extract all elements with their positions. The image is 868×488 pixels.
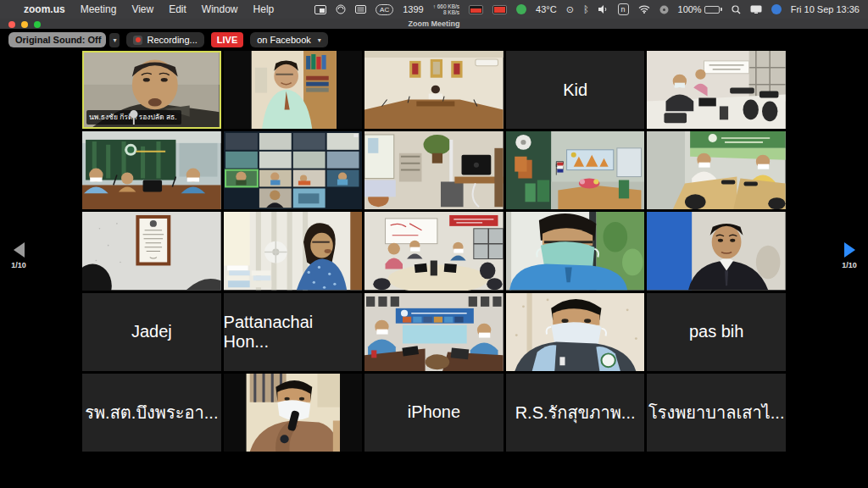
video-tile-office-man[interactable] (224, 51, 363, 129)
video-tile-rs-raksukkhaphap[interactable]: R.S.รักสุขภาพ... (506, 374, 645, 452)
next-page-control[interactable]: 1/10 (831, 242, 868, 269)
notion-app-badge[interactable]: n (618, 3, 629, 15)
previous-page-control[interactable]: 1/10 (0, 242, 37, 269)
video-thumbnail (82, 131, 221, 209)
minimize-window-button[interactable] (21, 21, 28, 28)
facebook-live-caret[interactable]: ▾ (318, 36, 321, 44)
live-badge[interactable]: LIVE (211, 32, 243, 47)
page-indicator-right: 1/10 (831, 261, 868, 269)
video-thumbnail (364, 131, 504, 209)
video-thumbnail (224, 51, 363, 129)
video-tile-rongphayaban[interactable]: โรงพยาบาลเสาไ... (647, 374, 786, 452)
live-on-facebook-button[interactable]: on Facebook ▾ (250, 32, 328, 47)
participant-name-text: Pattanachai Hon... (224, 313, 363, 352)
video-tile-rpsot-buengphra[interactable]: รพ.สต.บึงพระอา... (82, 374, 221, 452)
counter-value[interactable]: 1399 (403, 4, 423, 14)
participant-name-text: โรงพยาบาลเสาไ... (648, 399, 785, 426)
video-tile-conference-room[interactable] (647, 51, 786, 129)
menu-bar-clock[interactable]: Fri 10 Sep 13:36 (791, 4, 860, 14)
participant-name-label: นพ.ธงชัย กีรติฯ รองปลัด สธ. (86, 110, 181, 125)
participant-name-text: Kid (563, 80, 587, 100)
video-tile-man-suit[interactable] (647, 212, 786, 290)
keyboard-layout-icon[interactable] (355, 3, 366, 15)
zoom-window-titlebar: Zoom Meeting (0, 19, 868, 29)
window-controls (8, 21, 41, 28)
page-indicator-left: 1/10 (0, 261, 37, 269)
video-tile-pattanachai[interactable]: Pattanachai Hon... (224, 293, 363, 371)
video-tile-green-mural-room[interactable] (82, 131, 221, 209)
video-thumbnail (506, 212, 645, 290)
video-tile-certificate-wall[interactable] (82, 212, 221, 290)
menu-item-meeting[interactable]: Meeting (81, 3, 117, 15)
user-app-icon[interactable] (771, 4, 782, 14)
temperature-value[interactable]: 43°C (536, 4, 557, 14)
video-tile-man-with-mic[interactable] (224, 374, 363, 452)
fullscreen-window-button[interactable] (34, 21, 41, 28)
play-circle-icon[interactable]: ⊙ (566, 3, 574, 15)
video-tile-shared-gallery[interactable] (224, 131, 363, 209)
video-thumbnail (506, 293, 645, 371)
participant-name-text: รพ.สต.บึงพระอา... (85, 399, 218, 426)
video-thumbnail (364, 293, 504, 371)
video-tile-man-vest-mask[interactable] (506, 293, 645, 371)
video-thumbnail (224, 212, 363, 290)
video-gallery-grid: นพ.ธงชัย กีรติฯ รองปลัด สธ. (82, 51, 786, 452)
next-page-arrow-icon[interactable] (844, 242, 855, 258)
pin-icon (86, 110, 181, 125)
meeting-toolbar: Original Sound: Off ▾ Recording... LIVE … (8, 32, 328, 47)
participant-name-text: pas bih (689, 322, 744, 341)
cpu-meter-icon[interactable] (469, 5, 483, 14)
video-tile-speaker[interactable]: นพ.ธงชัย กีรติฯ รองปลัด สธ. (82, 51, 221, 129)
bluetooth-icon[interactable]: ᛒ (583, 3, 589, 15)
video-thumbnail (364, 51, 504, 129)
menu-item-help[interactable]: Help (253, 3, 275, 15)
menu-item-edit[interactable]: Edit (169, 3, 186, 15)
video-thumbnail (82, 212, 221, 290)
window-title: Zoom Meeting (0, 19, 868, 28)
spotlight-search-icon[interactable] (732, 3, 741, 15)
menu-item-view[interactable]: View (131, 3, 153, 15)
video-thumbnail (224, 374, 363, 452)
display-prefs-icon[interactable] (750, 3, 762, 15)
menu-item-window[interactable]: Window (202, 3, 238, 15)
original-sound-button[interactable]: Original Sound: Off (8, 32, 106, 47)
video-tile-green-banner-meeting[interactable] (647, 131, 786, 209)
recording-indicator-button[interactable]: Recording... (126, 32, 203, 47)
previous-page-arrow-icon[interactable] (14, 242, 25, 258)
participant-name-text: iPhone (408, 402, 460, 422)
video-thumbnail (647, 131, 786, 209)
participant-name-text: R.S.รักสุขภาพ... (515, 399, 636, 426)
video-tile-meeting-room-frames[interactable] (364, 51, 504, 129)
menu-item-zoomus[interactable]: zoom.us (24, 3, 65, 15)
screen-mirroring-icon[interactable] (314, 3, 326, 15)
memory-meter-icon[interactable] (492, 5, 507, 14)
video-tile-classroom[interactable] (506, 131, 645, 209)
video-tile-office-desk[interactable] (364, 131, 504, 209)
wifi-icon[interactable] (638, 3, 650, 15)
video-tile-kid[interactable]: Kid (506, 51, 645, 129)
video-tile-man-teal-mask[interactable] (506, 212, 645, 290)
video-tile-round-table-room[interactable] (364, 212, 504, 290)
video-tile-blue-banner-room[interactable] (364, 293, 504, 371)
line-app-icon[interactable] (516, 4, 526, 14)
video-tile-woman-blue-shirt[interactable] (224, 212, 363, 290)
video-tile-iphone[interactable]: iPhone (364, 374, 504, 452)
original-sound-caret[interactable]: ▾ (109, 33, 120, 47)
swirl-app-icon[interactable] (336, 3, 346, 15)
video-thumbnail (364, 212, 504, 290)
video-thumbnail (224, 131, 363, 209)
ac-power-badge[interactable]: AC (376, 4, 393, 15)
close-window-button[interactable] (8, 21, 15, 28)
network-speed-indicator[interactable]: ↑ 660 KB/s 8 KB/s (433, 3, 459, 15)
battery-indicator[interactable]: 100% (678, 4, 722, 14)
volume-icon[interactable] (598, 3, 609, 15)
video-tile-pas-bih[interactable]: pas bih (647, 293, 786, 371)
video-thumbnail (506, 131, 645, 209)
macos-menu-bar: zoom.us Meeting View Edit Window Help AC… (0, 0, 868, 19)
recording-icon (133, 36, 142, 45)
participant-name-text: Jadej (131, 322, 172, 341)
video-tile-jadej[interactable]: Jadej (82, 293, 221, 371)
video-thumbnail (647, 51, 786, 129)
video-thumbnail (647, 212, 786, 290)
fan-app-icon[interactable] (659, 3, 669, 15)
